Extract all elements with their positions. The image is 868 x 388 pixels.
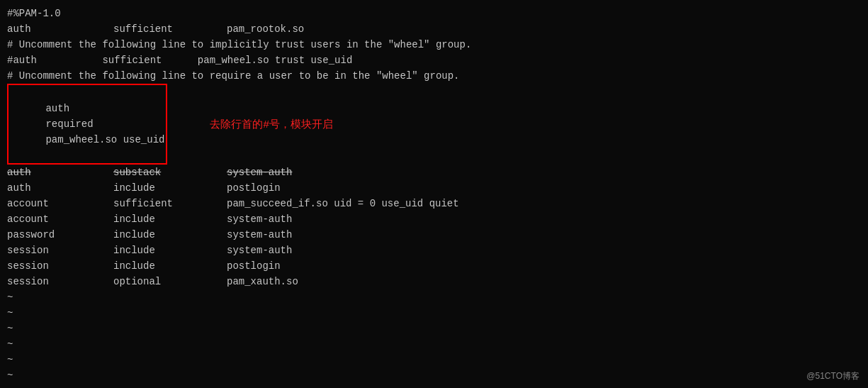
line-auth-sufficient: auth sufficient pam_rootok.so — [7, 21, 861, 37]
tilde-7: ~ — [7, 383, 861, 388]
line-account-sufficient: account sufficient pam_succeed_if.so uid… — [7, 196, 861, 211]
line-comment-wheel-trust: # Uncomment the following line to implic… — [7, 37, 861, 52]
tilde-4: ~ — [7, 336, 861, 352]
line-password-include: password include system-auth — [7, 227, 861, 243]
terminal-window: #%PAM-1.0 auth sufficient pam_rootok.so … — [0, 0, 868, 388]
line-auth-substack-strikethrough: auth substack system-auth — [7, 165, 861, 180]
line-comment-require: # Uncomment the following line to requir… — [7, 68, 861, 84]
line-auth-required-highlighted: auth required pam_wheel.so use_uid 去除行首的… — [7, 84, 861, 165]
highlighted-auth-required: auth required pam_wheel.so use_uid — [7, 84, 167, 165]
line-account-include: account include system-auth — [7, 211, 861, 227]
line-session-include-systemauth: session include system-auth — [7, 243, 861, 258]
line-session-include-postlogin: session include postlogin — [7, 258, 861, 274]
watermark-text: @51CTO博客 — [806, 370, 859, 382]
line-auth-include-postlogin: auth include postlogin — [7, 180, 861, 196]
tilde-5: ~ — [7, 352, 861, 367]
tilde-6: ~ — [7, 367, 861, 383]
line-session-optional: session optional pam_xauth.so — [7, 274, 861, 289]
tilde-3: ~ — [7, 321, 861, 336]
tilde-1: ~ — [7, 289, 861, 305]
annotation-text: 去除行首的#号，模块开启 — [210, 116, 332, 132]
tilde-2: ~ — [7, 305, 861, 321]
line-pam-version: #%PAM-1.0 — [7, 6, 861, 21]
line-auth-wheel-commented: #auth sufficient pam_wheel.so trust use_… — [7, 52, 861, 68]
